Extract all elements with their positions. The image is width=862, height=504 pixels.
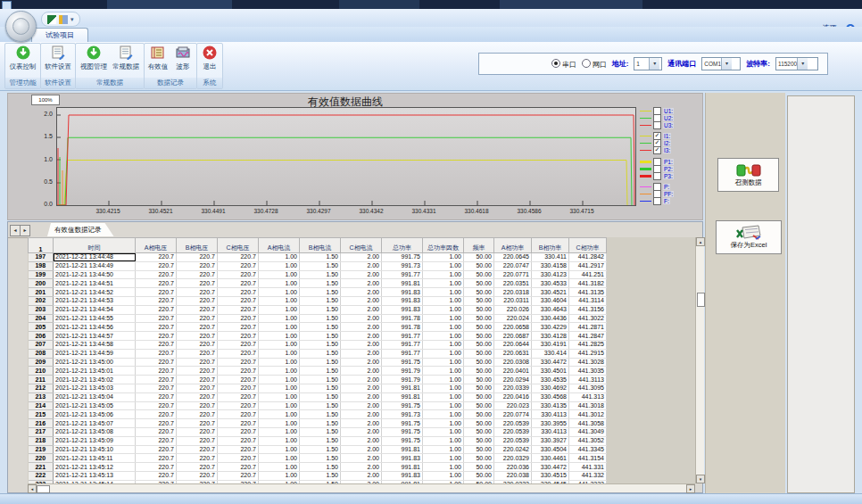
app-menu-button[interactable] (5, 11, 37, 42)
horizontal-scrollbar[interactable]: ◂ ▸ (28, 483, 695, 492)
table-row[interactable]: 2012021-12-21 13:44:52220.7220.7220.71.0… (29, 288, 607, 297)
table-row[interactable]: 2032021-12-21 13:44:54220.7220.7220.71.0… (29, 305, 607, 314)
table-row[interactable]: 2022021-12-21 13:44:53220.7220.7220.71.0… (29, 296, 607, 305)
exit-button[interactable]: 退出 (197, 44, 222, 78)
table-cell: 50.00 (464, 314, 494, 323)
vertical-scroll-thumb[interactable] (697, 293, 705, 307)
tab-test-project[interactable]: 试验项目 (31, 28, 88, 43)
table-cell: 441.3058 (569, 419, 607, 428)
table-cell: 441.2871 (569, 323, 607, 332)
scroll-up-icon[interactable]: ▴ (696, 237, 705, 246)
column-header[interactable]: A相电压 (136, 238, 177, 253)
regular-data-button[interactable]: 常规数据 (110, 44, 142, 78)
address-select[interactable]: 1▾ (634, 57, 662, 70)
table-row[interactable]: 2112021-12-21 13:45:02220.7220.7220.71.0… (29, 376, 607, 384)
legend-item: P1: (640, 158, 702, 165)
vertical-scrollbar[interactable]: ▴ ▾ (695, 237, 704, 483)
legend-item: U1: (640, 107, 702, 114)
table-cell: 50.00 (464, 367, 494, 376)
table-row[interactable]: 2102021-12-21 13:45:01220.7220.7220.71.0… (29, 367, 607, 376)
row-number-cell: 208 (29, 349, 54, 358)
table-row[interactable]: 1972021-12-21 13:44:48220.7220.7220.71.0… (29, 253, 607, 262)
table-row[interactable]: 2182021-12-21 13:45:09220.7220.7220.71.0… (29, 436, 607, 445)
column-header[interactable]: 总功率 (382, 238, 423, 253)
fetch-data-button[interactable]: 召测数据 (717, 158, 779, 192)
waveform-button[interactable]: 波形 (170, 44, 195, 78)
table-cell: 2.00 (341, 323, 382, 332)
chart-plot-area[interactable] (56, 107, 636, 206)
table-row[interactable]: 2142021-12-21 13:45:05220.7220.7220.71.0… (29, 401, 607, 410)
scroll-left-icon[interactable]: ◂ (28, 484, 37, 493)
legend-checkbox[interactable] (653, 121, 661, 129)
table-row[interactable]: 2072021-12-21 13:44:58220.7220.7220.71.0… (29, 340, 607, 349)
serial-radio[interactable]: 串口 (551, 59, 576, 70)
column-header[interactable]: 频率 (464, 238, 494, 253)
table-cell: 1.50 (300, 376, 341, 384)
table-cell: 1.00 (259, 296, 300, 305)
table-row[interactable]: 2042021-12-21 13:44:55220.7220.7220.71.0… (29, 314, 607, 323)
table-row[interactable]: 2212021-12-21 13:45:12220.7220.7220.71.0… (29, 463, 607, 472)
table-row[interactable]: 2002021-12-21 13:44:51220.7220.7220.71.0… (29, 279, 607, 288)
table-row[interactable]: 2132021-12-21 13:45:04220.7220.7220.71.0… (29, 392, 607, 401)
table-cell: 220.0539 (494, 427, 532, 436)
column-header[interactable]: C相电压 (218, 238, 259, 253)
table-row[interactable]: 2152021-12-21 13:45:06220.7220.7220.71.0… (29, 410, 607, 419)
table-row[interactable]: 2052021-12-21 13:44:56220.7220.7220.71.0… (29, 323, 607, 332)
legend-label: I1: (663, 133, 671, 139)
row-number-cell: 221 (29, 463, 54, 472)
table-cell: 1.50 (300, 392, 341, 401)
table-row[interactable]: 2062021-12-21 13:44:57220.7220.7220.71.0… (29, 332, 607, 341)
software-settings-button[interactable]: 软件设置 (42, 44, 74, 78)
comm-port-select[interactable]: COM1▾ (701, 57, 741, 70)
table-cell: 220.0318 (494, 288, 532, 297)
baud-rate-select[interactable]: 115200▾ (775, 57, 818, 70)
table-row[interactable]: 2202021-12-21 13:45:11220.7220.7220.71.0… (29, 454, 607, 463)
scroll-right-icon[interactable]: ▸ (686, 484, 695, 493)
x-tick-label: 330.4715 (557, 208, 607, 214)
column-header[interactable]: A相电流 (259, 238, 300, 253)
scroll-down-icon[interactable]: ▾ (696, 475, 705, 483)
ribbon-group-label: 数据记录 (145, 78, 196, 88)
save-to-excel-button[interactable]: 保存为Excel (716, 220, 782, 254)
table-row[interactable]: 2122021-12-21 13:45:03220.7220.7220.71.0… (29, 384, 607, 392)
excel-icon[interactable] (47, 15, 56, 24)
table-cell: 1.00 (259, 436, 300, 445)
table-cell: 1.50 (300, 427, 341, 436)
table-row[interactable]: 2092021-12-21 13:45:00220.7220.7220.71.0… (29, 358, 607, 367)
chart-panel: 100% 有效值数据曲线 2.01.51.00.50.0 330.42153 (7, 93, 703, 220)
legend-checkbox[interactable] (653, 197, 661, 205)
column-header[interactable]: 时间 (54, 238, 136, 253)
column-header[interactable]: B相电流 (300, 238, 341, 253)
instrument-control-button[interactable]: 仪表控制 (7, 44, 39, 78)
quick-access-dropdown-icon[interactable]: ▾ (70, 16, 74, 23)
tab-scroll-right-icon[interactable]: ▸ (20, 225, 30, 236)
network-radio[interactable]: 网口 (582, 59, 607, 70)
waveform-icon[interactable] (59, 15, 68, 24)
column-header[interactable]: A相功率 (494, 238, 532, 253)
legend-item: U2: (640, 114, 702, 121)
column-header[interactable]: B相电压 (177, 238, 218, 253)
rms-value-button[interactable]: 有效值 (145, 44, 170, 78)
column-header[interactable]: C相电流 (341, 238, 382, 253)
table-cell: 220.7 (177, 270, 218, 279)
table-row[interactable]: 1982021-12-21 13:44:49220.7220.7220.71.0… (29, 261, 607, 270)
table-cell: 220.0339 (494, 384, 532, 392)
legend-checkbox[interactable]: ✓ (653, 146, 661, 154)
column-header[interactable]: B相功率 (532, 238, 569, 253)
table-row[interactable]: 2192021-12-21 13:45:10220.7220.7220.71.0… (29, 445, 607, 454)
view-management-button[interactable]: 视图管理 (78, 44, 110, 78)
column-header[interactable]: 总功率因数 (423, 238, 464, 253)
table-row[interactable]: 2162021-12-21 13:45:07220.7220.7220.71.0… (29, 419, 607, 428)
column-header[interactable]: C相功率 (569, 238, 607, 253)
table-row[interactable]: 2222021-12-21 13:45:13220.7220.7220.71.0… (29, 471, 607, 480)
table-row[interactable]: 2082021-12-21 13:44:59220.7220.7220.71.0… (29, 349, 607, 358)
corner-header-cell[interactable]: 1 (29, 238, 54, 253)
table-cell: 220.7 (136, 427, 177, 436)
table-row[interactable]: 2172021-12-21 13:45:08220.7220.7220.71.0… (29, 427, 607, 436)
table-row[interactable]: 1992021-12-21 13:44:50220.7220.7220.71.0… (29, 270, 607, 279)
legend-checkbox[interactable] (653, 172, 661, 180)
address-label: 地址: (612, 59, 629, 69)
sheet-tab-rms-records[interactable]: 有效值数据记录 (47, 223, 114, 236)
table-cell: 441.2915 (569, 349, 607, 358)
horizontal-scroll-thumb[interactable] (37, 485, 50, 493)
